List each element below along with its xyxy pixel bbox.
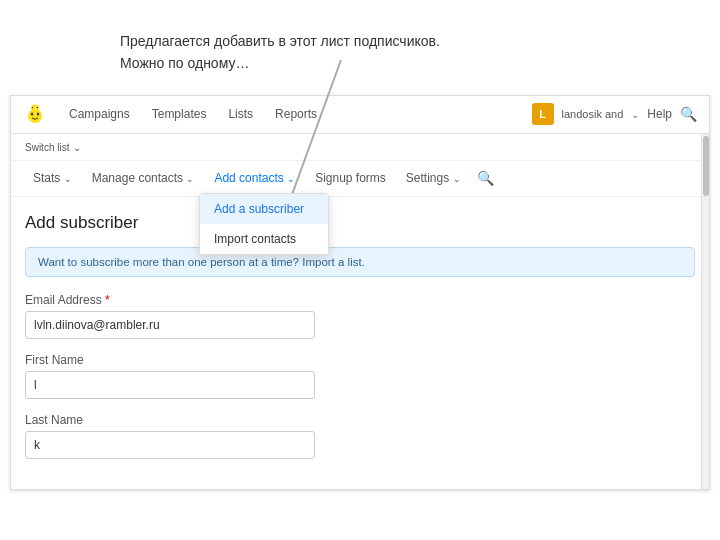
scrollbar-thumb[interactable] xyxy=(703,136,709,196)
stats-chevron-icon: ⌄ xyxy=(64,174,72,184)
settings-label: Settings xyxy=(406,171,449,185)
nav-search-icon[interactable]: 🔍 xyxy=(680,106,697,122)
svg-point-4 xyxy=(32,107,33,108)
svg-point-1 xyxy=(31,113,33,116)
lastname-input[interactable] xyxy=(25,431,315,459)
nav-links: Campaigns Templates Lists Reports xyxy=(59,101,532,127)
sec-nav-stats[interactable]: Stats ⌄ xyxy=(25,165,80,191)
firstname-group: First Name xyxy=(25,353,695,399)
email-group: Email Address * xyxy=(25,293,695,339)
lastname-label: Last Name xyxy=(25,413,695,427)
secondary-search-icon[interactable]: 🔍 xyxy=(477,170,494,186)
nav-campaigns[interactable]: Campaigns xyxy=(59,101,140,127)
app-container: Campaigns Templates Lists Reports L land… xyxy=(10,95,710,490)
email-required-marker: * xyxy=(105,293,110,307)
sec-nav-manage-contacts[interactable]: Manage contacts ⌄ xyxy=(84,165,203,191)
lastname-group: Last Name xyxy=(25,413,695,459)
email-label-text: Email Address xyxy=(25,293,102,307)
annotation-line2: Можно по одному… xyxy=(120,52,680,74)
scrollbar[interactable] xyxy=(701,134,709,489)
svg-point-5 xyxy=(37,107,38,108)
page-title: Add subscriber xyxy=(25,213,695,233)
add-contacts-dropdown: Add a subscriber Import contacts xyxy=(199,193,329,255)
sec-nav-add-contacts[interactable]: Add contacts ⌄ xyxy=(206,165,303,191)
signup-forms-label: Signup forms xyxy=(315,171,386,185)
help-link[interactable]: Help xyxy=(647,107,672,121)
nav-templates[interactable]: Templates xyxy=(142,101,217,127)
account-badge[interactable]: L xyxy=(532,103,554,125)
stats-label: Stats xyxy=(33,171,60,185)
firstname-input[interactable] xyxy=(25,371,315,399)
account-chevron-icon[interactable]: ⌄ xyxy=(631,109,639,120)
svg-point-2 xyxy=(37,113,39,116)
dropdown-add-subscriber[interactable]: Add a subscriber xyxy=(200,194,328,224)
firstname-label: First Name xyxy=(25,353,695,367)
email-input[interactable] xyxy=(25,311,315,339)
dropdown-import-contacts[interactable]: Import contacts xyxy=(200,224,328,254)
settings-chevron-icon: ⌄ xyxy=(453,174,461,184)
annotation-area: Предлагается добавить в этот лист подпис… xyxy=(0,0,720,95)
nav-right: L landosik and ⌄ Help 🔍 xyxy=(532,103,697,125)
annotation-text: Предлагается добавить в этот лист подпис… xyxy=(120,30,680,75)
annotation-line1: Предлагается добавить в этот лист подпис… xyxy=(120,30,680,52)
sec-nav-settings[interactable]: Settings ⌄ xyxy=(398,165,469,191)
switch-list-bar[interactable]: Switch list ⌄ xyxy=(11,134,709,161)
manage-contacts-chevron-icon: ⌄ xyxy=(186,174,194,184)
app-logo xyxy=(23,102,47,126)
sec-nav-signup-forms[interactable]: Signup forms xyxy=(307,165,394,191)
main-content: Add subscriber Want to subscribe more th… xyxy=(11,197,709,489)
account-name: landosik and xyxy=(562,108,624,120)
info-banner: Want to subscribe more than one person a… xyxy=(25,247,695,277)
manage-contacts-label: Manage contacts xyxy=(92,171,183,185)
nav-bar: Campaigns Templates Lists Reports L land… xyxy=(11,96,709,134)
email-label: Email Address * xyxy=(25,293,695,307)
nav-lists[interactable]: Lists xyxy=(218,101,263,127)
secondary-nav: Stats ⌄ Manage contacts ⌄ Add contacts ⌄… xyxy=(11,161,709,197)
switch-list-label: Switch list xyxy=(25,142,69,153)
info-banner-text: Want to subscribe more than one person a… xyxy=(38,256,365,268)
switch-list-chevron-icon: ⌄ xyxy=(73,142,81,153)
add-contacts-label: Add contacts xyxy=(214,171,283,185)
